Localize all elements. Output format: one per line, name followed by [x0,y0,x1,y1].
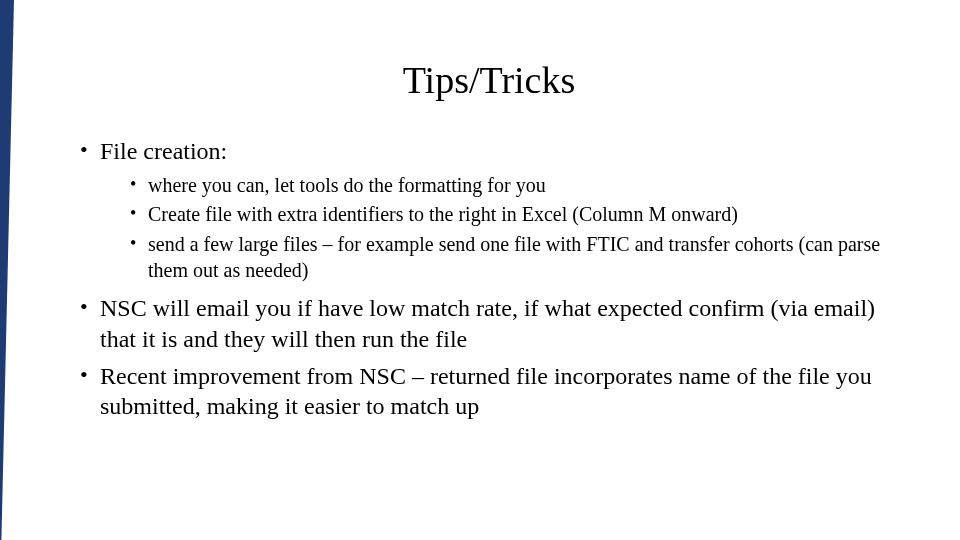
list-item: NSC will email you if have low match rat… [78,293,900,354]
bullet-list: File creation: where you can, let tools … [78,136,900,422]
bullet-text: Recent improvement from NSC – returned f… [100,363,872,420]
bullet-text: where you can, let tools do the formatti… [148,174,546,196]
list-item: File creation: where you can, let tools … [78,136,900,283]
bullet-text: send a few large files – for example sen… [148,233,880,281]
list-item: Recent improvement from NSC – returned f… [78,361,900,422]
bullet-text: File creation: [100,138,227,164]
sub-bullet-list: where you can, let tools do the formatti… [100,173,900,283]
bullet-text: NSC will email you if have low match rat… [100,295,875,352]
list-item: where you can, let tools do the formatti… [128,173,900,199]
slide-content: Tips/Tricks File creation: where you can… [0,0,960,540]
bullet-text: Create file with extra identifiers to th… [148,203,738,225]
list-item: send a few large files – for example sen… [128,232,900,283]
list-item: Create file with extra identifiers to th… [128,202,900,228]
slide-title: Tips/Tricks [78,58,900,102]
